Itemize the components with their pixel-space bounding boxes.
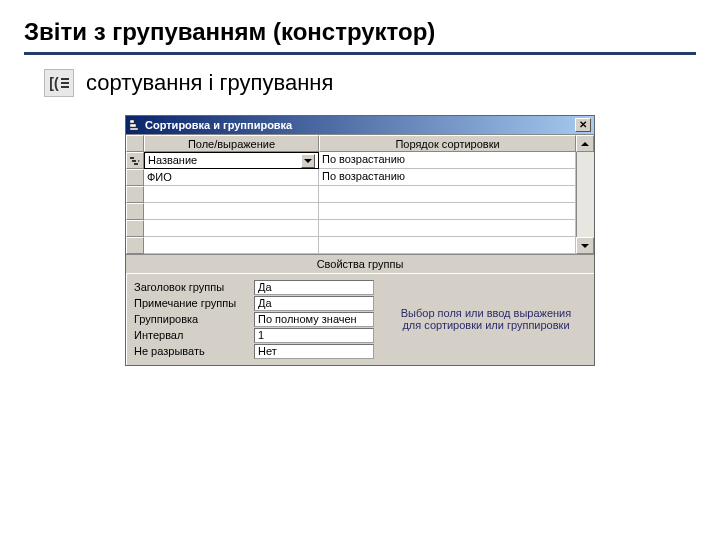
close-button[interactable]: ✕ <box>575 118 591 132</box>
prop-value[interactable]: Да <box>254 280 374 295</box>
active-row-icon <box>129 156 141 166</box>
prop-value[interactable]: Нет <box>254 344 374 359</box>
field-cell-text: Название <box>148 153 197 168</box>
svg-rect-0 <box>130 120 134 123</box>
field-cell[interactable]: ФИО <box>144 169 319 186</box>
chevron-down-icon <box>304 159 312 163</box>
field-dropdown-button[interactable] <box>301 154 315 168</box>
scroll-down-button[interactable] <box>576 237 594 254</box>
svg-rect-2 <box>130 128 138 130</box>
row-handle[interactable] <box>126 169 144 186</box>
field-cell[interactable] <box>144 203 319 220</box>
sort-cell[interactable] <box>319 237 576 254</box>
table-row[interactable] <box>126 186 594 203</box>
scrollbar-track[interactable] <box>576 186 594 203</box>
subheading-text: сортування і групування <box>86 70 333 96</box>
row-handle[interactable] <box>126 186 144 203</box>
prop-label: Примечание группы <box>134 297 254 309</box>
prop-value[interactable]: Да <box>254 296 374 311</box>
prop-row: Заголовок группыДа <box>134 279 374 295</box>
field-cell[interactable]: Название <box>144 152 319 169</box>
svg-rect-1 <box>130 124 136 127</box>
field-cell[interactable] <box>144 220 319 237</box>
dialog-titlebar[interactable]: Сортировка и группировка ✕ <box>126 116 594 134</box>
column-header-field[interactable]: Поле/выражение <box>144 135 319 152</box>
scrollbar-track[interactable] <box>576 152 594 169</box>
subheading-row: [( сортування і групування <box>44 69 696 97</box>
field-cell[interactable] <box>144 186 319 203</box>
chevron-down-icon <box>581 244 589 248</box>
scrollbar-track[interactable] <box>576 169 594 186</box>
grid-header-row: Поле/выражение Порядок сортировки <box>126 134 594 152</box>
prop-row: Интервал1 <box>134 327 374 343</box>
dialog-title: Сортировка и группировка <box>145 119 292 131</box>
sort-group-icon: [( <box>44 69 74 97</box>
row-handle[interactable] <box>126 152 144 169</box>
row-handle[interactable] <box>126 220 144 237</box>
row-handle[interactable] <box>126 237 144 254</box>
prop-row: Примечание группыДа <box>134 295 374 311</box>
sort-cell[interactable]: По возрастанию <box>319 169 576 186</box>
scrollbar-track[interactable] <box>576 220 594 237</box>
table-row[interactable] <box>126 237 594 254</box>
group-props-area: Заголовок группыДаПримечание группыДаГру… <box>126 274 594 365</box>
column-header-sort[interactable]: Порядок сортировки <box>319 135 576 152</box>
row-handle-header <box>126 135 144 152</box>
table-row[interactable]: НазваниеПо возрастанию <box>126 152 594 169</box>
table-row[interactable]: ФИОПо возрастанию <box>126 169 594 186</box>
scrollbar-track[interactable] <box>576 203 594 220</box>
prop-row: ГруппировкаПо полному значен <box>134 311 374 327</box>
svg-rect-4 <box>132 160 136 162</box>
prop-label: Заголовок группы <box>134 281 254 293</box>
prop-row: Не разрыватьНет <box>134 343 374 359</box>
dialog-icon <box>129 119 141 131</box>
props-grid: Заголовок группыДаПримечание группыДаГру… <box>134 279 374 359</box>
help-text: Выбор поля или ввод выражения для сортир… <box>384 279 588 359</box>
slide-title: Звіти з групуванням (конструктор) <box>24 18 696 55</box>
sort-cell[interactable] <box>319 203 576 220</box>
group-props-header: Свойства группы <box>126 254 594 274</box>
prop-label: Интервал <box>134 329 254 341</box>
field-cell[interactable] <box>144 237 319 254</box>
table-row[interactable] <box>126 220 594 237</box>
prop-value[interactable]: По полному значен <box>254 312 374 327</box>
table-row[interactable] <box>126 203 594 220</box>
sort-cell[interactable]: По возрастанию <box>319 152 576 169</box>
prop-value[interactable]: 1 <box>254 328 374 343</box>
sort-group-dialog: Сортировка и группировка ✕ Поле/выражени… <box>125 115 595 366</box>
svg-rect-3 <box>130 157 134 159</box>
field-cell-text: ФИО <box>147 170 172 185</box>
row-handle[interactable] <box>126 203 144 220</box>
sort-cell[interactable] <box>319 186 576 203</box>
svg-rect-5 <box>134 163 138 165</box>
sort-cell[interactable] <box>319 220 576 237</box>
prop-label: Не разрывать <box>134 345 254 357</box>
prop-label: Группировка <box>134 313 254 325</box>
scroll-up-button[interactable] <box>576 135 594 152</box>
